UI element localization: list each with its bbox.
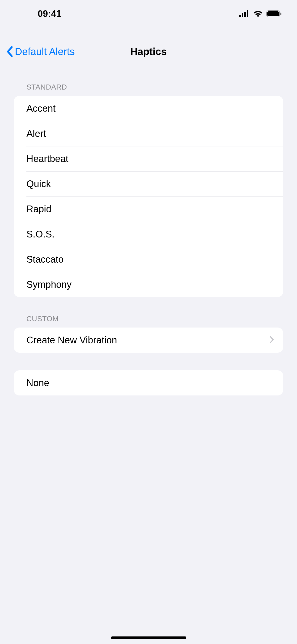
battery-icon — [266, 10, 282, 17]
svg-rect-6 — [280, 13, 281, 15]
cell-label: None — [26, 378, 49, 388]
haptic-option-staccato[interactable]: Staccato — [14, 247, 283, 272]
haptic-option-alert[interactable]: Alert — [14, 121, 283, 146]
haptic-option-rapid[interactable]: Rapid — [14, 196, 283, 222]
haptic-option-none[interactable]: None — [14, 370, 283, 395]
section-header-standard: Standard — [14, 83, 283, 96]
cell-label: Accent — [26, 103, 56, 114]
status-bar: 09:41 — [0, 0, 297, 28]
cell-label: Staccato — [26, 254, 64, 265]
status-icons — [239, 10, 282, 17]
haptic-option-quick[interactable]: Quick — [14, 171, 283, 196]
wifi-icon — [253, 10, 263, 17]
haptic-option-accent[interactable]: Accent — [14, 96, 283, 121]
chevron-right-icon — [270, 335, 274, 346]
nav-bar: Default Alerts Haptics — [0, 40, 297, 63]
svg-rect-5 — [267, 11, 279, 16]
svg-rect-1 — [242, 13, 243, 17]
chevron-left-icon — [6, 46, 13, 57]
svg-rect-3 — [247, 10, 248, 17]
cell-label: Rapid — [26, 204, 51, 215]
svg-rect-0 — [239, 15, 241, 17]
home-indicator — [111, 636, 186, 639]
back-button[interactable]: Default Alerts — [6, 46, 75, 57]
cell-label: Heartbeat — [26, 153, 68, 164]
group-none: None — [14, 370, 283, 395]
group-custom: Create New Vibration — [14, 328, 283, 353]
cell-label: Alert — [26, 128, 46, 139]
svg-rect-2 — [244, 12, 246, 17]
cellular-icon — [239, 10, 250, 17]
haptic-option-symphony[interactable]: Symphony — [14, 272, 283, 297]
back-label: Default Alerts — [15, 46, 75, 57]
group-standard: Accent Alert Heartbeat Quick Rapid S.O.S… — [14, 96, 283, 297]
haptic-option-sos[interactable]: S.O.S. — [14, 222, 283, 247]
create-new-vibration[interactable]: Create New Vibration — [14, 328, 283, 353]
cell-label: Create New Vibration — [26, 335, 117, 346]
section-header-custom: Custom — [14, 315, 283, 328]
cell-label: Symphony — [26, 279, 72, 290]
status-time: 09:41 — [38, 9, 62, 19]
haptic-option-heartbeat[interactable]: Heartbeat — [14, 146, 283, 171]
cell-label: S.O.S. — [26, 229, 55, 240]
content: Standard Accent Alert Heartbeat Quick Ra… — [0, 83, 297, 413]
cell-label: Quick — [26, 179, 51, 189]
